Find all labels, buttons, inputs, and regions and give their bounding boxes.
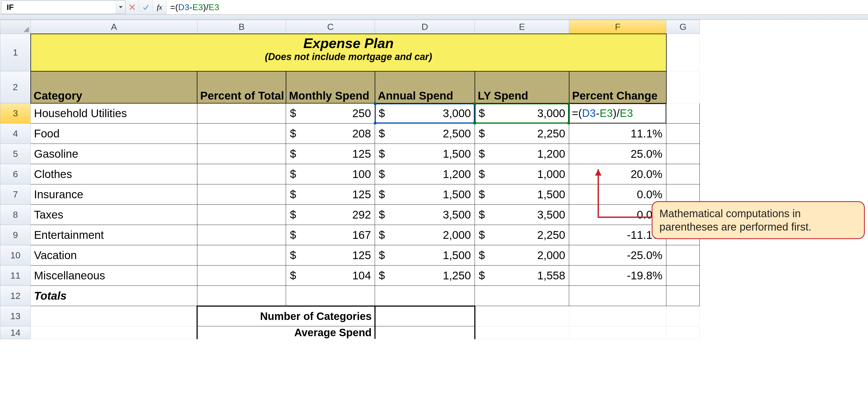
cell-G4[interactable] [666,124,700,144]
cell-G2[interactable] [666,71,700,103]
row-header-13[interactable]: 13 [0,306,31,327]
cell-C6[interactable]: $100 [286,164,375,184]
cell-E10[interactable]: $2,000 [475,245,569,266]
cell-B11[interactable] [197,266,286,286]
header-monthly-spend[interactable]: Monthly Spend [286,71,375,103]
cell-C12[interactable] [286,286,375,306]
formula-input[interactable]: =(D3-E3)/E3 [166,0,868,14]
row-header-7[interactable]: 7 [0,184,31,205]
cell-F14[interactable] [569,327,666,339]
cell-E11[interactable]: $1,558 [475,266,569,286]
cell-C4[interactable]: $208 [286,124,375,144]
cell-F13[interactable] [569,306,666,327]
label-average-spend[interactable]: Average Spend [197,327,375,339]
cell-A14[interactable] [31,327,197,339]
cell-E6[interactable]: $1,000 [475,164,569,184]
cell-G1[interactable] [666,34,700,71]
header-category[interactable]: Category [31,71,197,103]
cell-B4[interactable] [197,124,286,144]
row-header-10[interactable]: 10 [0,245,31,266]
cell-A9[interactable]: Entertainment [31,225,197,245]
cell-F4[interactable]: 11.1% [569,124,666,144]
col-header-F[interactable]: F [569,20,666,34]
cell-B8[interactable] [197,205,286,225]
row-header-3[interactable]: 3 [0,103,31,124]
cell-F3[interactable]: =(D3-E3)/E3 [569,103,666,124]
name-box[interactable]: IF [1,1,126,14]
cell-G10[interactable] [666,245,700,266]
insert-function-button[interactable]: fx [153,0,166,14]
cell-D3[interactable]: $3,000 [375,103,475,124]
cell-D4[interactable]: $2,500 [375,124,475,144]
cell-A7[interactable]: Insurance [31,184,197,205]
cell-B12[interactable] [197,286,286,306]
title-cell[interactable]: Expense Plan (Does not include mortgage … [31,34,666,71]
cell-G14[interactable] [666,327,700,339]
cell-C10[interactable]: $125 [286,245,375,266]
cell-A8[interactable]: Taxes [31,205,197,225]
cell-D9[interactable]: $2,000 [375,225,475,245]
cell-D11[interactable]: $1,250 [375,266,475,286]
cell-A12[interactable]: Totals [31,286,197,306]
header-percent-of-total[interactable]: Percent of Total [197,71,286,103]
cell-F12[interactable] [569,286,666,306]
row-header-12[interactable]: 12 [0,286,31,306]
name-box-dropdown[interactable] [116,1,125,13]
header-ly-spend[interactable]: LY Spend [475,71,569,103]
col-header-A[interactable]: A [31,20,197,34]
row-header-5[interactable]: 5 [0,144,31,164]
cell-G6[interactable] [666,164,700,184]
cell-E3[interactable]: $3,000 [475,103,569,124]
header-percent-change[interactable]: Percent Change [569,71,666,103]
cell-D7[interactable]: $1,500 [375,184,475,205]
cell-G12[interactable] [666,286,700,306]
cell-A11[interactable]: Miscellaneous [31,266,197,286]
name-box-value[interactable]: IF [1,3,116,12]
cell-B7[interactable] [197,184,286,205]
cell-A13[interactable] [31,306,197,327]
cell-F6[interactable]: 20.0% [569,164,666,184]
row-header-8[interactable]: 8 [0,205,31,225]
worksheet[interactable]: A B C D E F G 1 Expense Plan (Does not i… [0,20,868,412]
cell-D5[interactable]: $1,500 [375,144,475,164]
col-header-B[interactable]: B [197,20,286,34]
row-header-11[interactable]: 11 [0,266,31,286]
row-header-6[interactable]: 6 [0,164,31,184]
cell-C5[interactable]: $125 [286,144,375,164]
accept-formula-button[interactable] [139,0,153,14]
cell-G13[interactable] [666,306,700,327]
cell-B5[interactable] [197,144,286,164]
select-all-corner[interactable] [0,20,31,34]
cell-F11[interactable]: -19.8% [569,266,666,286]
cell-B6[interactable] [197,164,286,184]
row-header-1[interactable]: 1 [0,34,31,71]
value-average-spend[interactable] [375,327,475,339]
cell-A5[interactable]: Gasoline [31,144,197,164]
cell-B3[interactable] [197,103,286,124]
cancel-formula-button[interactable] [126,0,139,14]
row-header-14[interactable]: 14 [0,327,31,339]
cell-D10[interactable]: $1,500 [375,245,475,266]
cell-E5[interactable]: $1,200 [475,144,569,164]
cell-G11[interactable] [666,266,700,286]
cell-F10[interactable]: -25.0% [569,245,666,266]
header-annual-spend[interactable]: Annual Spend [375,71,475,103]
cell-B10[interactable] [197,245,286,266]
value-number-of-categories[interactable] [375,306,475,327]
cell-D12[interactable] [375,286,475,306]
col-header-E[interactable]: E [475,20,569,34]
cell-E4[interactable]: $2,250 [475,124,569,144]
label-number-of-categories[interactable]: Number of Categories [197,306,375,327]
cell-G5[interactable] [666,144,700,164]
cell-G3[interactable] [666,103,700,124]
cell-D6[interactable]: $1,200 [375,164,475,184]
cell-A4[interactable]: Food [31,124,197,144]
cell-F5[interactable]: 25.0% [569,144,666,164]
cell-F7[interactable]: 0.0% [569,184,666,205]
cell-C8[interactable]: $292 [286,205,375,225]
cell-A3[interactable]: Household Utilities [31,103,197,124]
cell-E8[interactable]: $3,500 [475,205,569,225]
cell-C9[interactable]: $167 [286,225,375,245]
row-header-2[interactable]: 2 [0,71,31,103]
col-header-C[interactable]: C [286,20,375,34]
